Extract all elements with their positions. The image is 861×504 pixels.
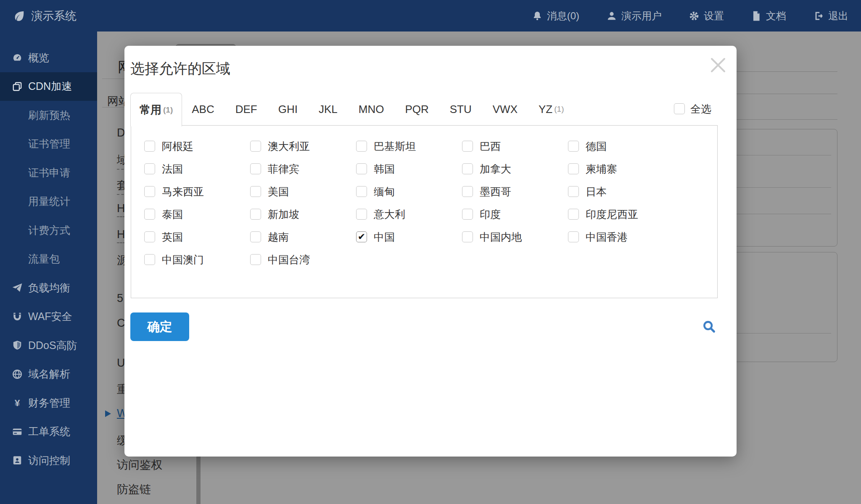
region-checkbox-item[interactable]: 中国内地	[462, 226, 568, 248]
sidebar-item[interactable]: 刷新预热	[0, 101, 97, 130]
region-checkbox-item[interactable]: 中国香港	[568, 226, 674, 248]
close-icon[interactable]	[708, 55, 728, 75]
select-all[interactable]: 全选	[674, 100, 711, 117]
region-tab[interactable]: ABC	[182, 93, 225, 126]
sidebar-item[interactable]: 用量统计	[0, 187, 97, 216]
region-tab[interactable]: PQR	[395, 93, 440, 126]
sidebar-item[interactable]: DDoS高防	[0, 331, 97, 360]
select-all-label: 全选	[690, 102, 711, 116]
region-tab[interactable]: YZ(1)	[529, 93, 573, 126]
region-checkbox[interactable]	[462, 163, 473, 174]
region-checkbox-item[interactable]: 英国	[144, 226, 250, 248]
sidebar-item[interactable]: 证书管理	[0, 130, 97, 159]
region-checkbox-item[interactable]: 印度	[462, 203, 568, 226]
region-checkbox-item[interactable]: 新加坡	[250, 203, 356, 226]
region-checkbox-item[interactable]: 美国	[250, 180, 356, 203]
confirm-button[interactable]: 确定	[130, 312, 189, 341]
sidebar-item[interactable]: 计费方式	[0, 216, 97, 245]
region-checkbox[interactable]	[250, 163, 261, 174]
region-checkbox[interactable]	[568, 141, 579, 152]
region-checkbox-item[interactable]: 法国	[144, 158, 250, 180]
region-checkbox[interactable]	[250, 209, 261, 220]
region-checkbox[interactable]	[462, 209, 473, 220]
navbar-item[interactable]: 退出	[813, 9, 848, 23]
region-checkbox-item[interactable]: 缅甸	[356, 180, 462, 203]
region-checkbox-item[interactable]: 墨西哥	[462, 180, 568, 203]
region-checkbox-item[interactable]: 中国澳门	[144, 248, 250, 271]
region-checkbox-item[interactable]: 巴西	[462, 135, 568, 158]
region-checkbox-item[interactable]: 泰国	[144, 203, 250, 226]
region-checkbox[interactable]	[568, 186, 579, 197]
region-checkbox[interactable]	[462, 231, 473, 242]
region-tab[interactable]: STU	[440, 93, 483, 126]
region-tab[interactable]: VWX	[483, 93, 529, 126]
region-checkbox-item[interactable]: 澳大利亚	[250, 135, 356, 158]
region-tab[interactable]: MNO	[349, 93, 396, 126]
sidebar-item[interactable]: 域名解析	[0, 360, 97, 389]
region-checkbox-item[interactable]: 阿根廷	[144, 135, 250, 158]
region-checkbox[interactable]	[144, 186, 155, 197]
navbar-item[interactable]: 演示用户	[606, 9, 662, 23]
region-checkbox-item[interactable]: 意大利	[356, 203, 462, 226]
region-checkbox-item[interactable]: 印度尼西亚	[568, 203, 674, 226]
region-tab[interactable]: JKL	[309, 93, 349, 126]
region-label: 澳大利亚	[268, 139, 310, 153]
sidebar-item[interactable]: 访问控制	[0, 446, 97, 475]
region-checkbox-item[interactable]: 巴基斯坦	[356, 135, 462, 158]
region-checkbox[interactable]	[568, 209, 579, 220]
navbar-item[interactable]: 设置	[689, 9, 724, 23]
region-tab[interactable]: DEF	[226, 93, 269, 126]
region-checkbox-item[interactable]: 加拿大	[462, 158, 568, 180]
sidebar-item[interactable]: 流量包	[0, 245, 97, 274]
region-checkbox[interactable]	[144, 141, 155, 152]
region-checkbox-item[interactable]: 德国	[568, 135, 674, 158]
navbar-item[interactable]: 文档	[751, 9, 786, 23]
region-tab[interactable]: 常用(1)	[130, 93, 182, 126]
region-checkbox[interactable]	[356, 186, 367, 197]
sidebar-item-label: 刷新预热	[28, 108, 70, 122]
region-checkbox[interactable]	[356, 163, 367, 174]
region-checkbox[interactable]	[462, 141, 473, 152]
region-checkbox[interactable]	[462, 186, 473, 197]
sidebar-item[interactable]: 概览	[0, 43, 97, 72]
sidebar-item[interactable]: WAF安全	[0, 302, 97, 331]
region-checkbox[interactable]	[144, 163, 155, 174]
region-checkbox-item[interactable]: 越南	[250, 226, 356, 248]
region-label: 韩国	[374, 162, 395, 176]
region-checkbox[interactable]	[144, 209, 155, 220]
region-checkbox[interactable]	[250, 254, 261, 265]
sidebar-item[interactable]: ¥ 财务管理	[0, 388, 97, 417]
region-checkbox-item[interactable]: 柬埔寨	[568, 158, 674, 180]
region-checkbox[interactable]	[250, 186, 261, 197]
region-checkbox-item[interactable]: 中国台湾	[250, 248, 356, 271]
region-checkbox[interactable]	[356, 231, 367, 242]
region-checkbox-item[interactable]: 韩国	[356, 158, 462, 180]
region-panel: 阿根廷 澳大利亚 巴基斯坦 巴西	[131, 125, 718, 298]
region-checkbox[interactable]	[144, 254, 155, 265]
region-label: 德国	[586, 139, 607, 153]
brand[interactable]: 演示系统	[13, 8, 77, 24]
sidebar-item-label: 负载均衡	[28, 281, 70, 295]
navbar-item-label: 演示用户	[621, 9, 662, 23]
region-checkbox[interactable]	[144, 231, 155, 242]
region-checkbox[interactable]	[356, 209, 367, 220]
region-label: 中国	[374, 230, 395, 244]
region-checkbox-item[interactable]: 中国	[356, 226, 462, 248]
region-tab[interactable]: GHI	[269, 93, 309, 126]
sidebar-item[interactable]: CDN加速	[0, 72, 97, 101]
region-label: 菲律宾	[268, 162, 299, 176]
region-checkbox-item[interactable]: 日本	[568, 180, 674, 203]
region-checkbox[interactable]	[250, 141, 261, 152]
sidebar-item[interactable]: 工单系统	[0, 417, 97, 446]
region-checkbox[interactable]	[568, 163, 579, 174]
region-checkbox[interactable]	[250, 231, 261, 242]
navbar-item[interactable]: 消息(0)	[532, 9, 579, 23]
select-all-checkbox[interactable]	[674, 103, 685, 114]
sidebar-item[interactable]: 负载均衡	[0, 273, 97, 302]
search-icon[interactable]	[702, 320, 716, 334]
sidebar-item[interactable]: 证书申请	[0, 158, 97, 187]
region-checkbox-item[interactable]: 马来西亚	[144, 180, 250, 203]
region-checkbox-item[interactable]: 菲律宾	[250, 158, 356, 180]
region-checkbox[interactable]	[356, 141, 367, 152]
region-checkbox[interactable]	[568, 231, 579, 242]
